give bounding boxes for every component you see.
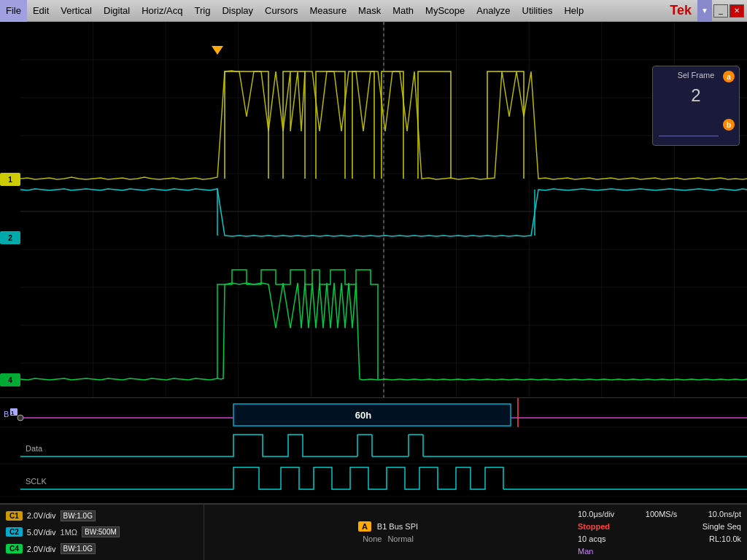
menu-trig[interactable]: Trig: [188, 0, 216, 22]
tek-controls: Tek ▼ _ ✕: [670, 0, 747, 22]
sel-frame-b-badge: b: [723, 119, 735, 131]
c2-imp: 1MΩ: [61, 528, 78, 537]
menubar: File Edit Vertical Digital Horiz/Acq Tri…: [0, 0, 747, 22]
sel-frame-line: [659, 136, 719, 136]
c1-vdiv: 2.0V/div: [27, 511, 56, 520]
sel-frame-value: 2: [657, 85, 735, 106]
sel-frame-a-badge: a: [723, 71, 735, 82]
stopped-label: Stopped: [578, 522, 610, 531]
c4-bw: BW:1.0G: [61, 543, 96, 554]
trigger-status-block: A B1 Bus SPI None Normal: [204, 505, 572, 560]
acq-mode: Single Seq: [703, 522, 741, 531]
c4-vdiv: 2.0V/div: [27, 545, 56, 553]
menu-analyze[interactable]: Analyze: [471, 0, 516, 22]
trigger-mode2: Normal: [387, 534, 413, 543]
man-label: Man: [578, 547, 593, 556]
acqs-row: 10 acqs RL:10.0k: [578, 534, 741, 543]
scope-area: 1 2 4 Sel Frame a 2 b B 1 60h: [0, 22, 747, 525]
acq-status-row: Stopped Single Seq: [578, 522, 741, 531]
menu-mask[interactable]: Mask: [352, 0, 387, 22]
ch4-status-row: C4 2.0V/div BW:1.0G: [6, 543, 198, 554]
statusbar: C1 2.0V/div BW:1.0G C2 5.0V/div 1MΩ BW:5…: [0, 503, 747, 560]
sample-rate: 100MS/s: [646, 510, 677, 518]
waveform-display: [20, 22, 747, 401]
man-row: Man: [578, 547, 741, 556]
c2-bw: BW:500M: [82, 526, 120, 537]
bus-status: A B1 Bus SPI: [358, 521, 418, 532]
menu-measure[interactable]: Measure: [304, 0, 353, 22]
ch2-marker: 2: [0, 231, 20, 244]
svg-text:60h: 60h: [355, 410, 371, 421]
menu-file[interactable]: File: [0, 0, 27, 22]
trigger-mode-row: None Normal: [363, 534, 414, 543]
menu-display[interactable]: Display: [216, 0, 259, 22]
time-div: 10.0μs/div: [578, 510, 614, 518]
ch1-marker: 1: [0, 173, 20, 186]
svg-text:SCLK: SCLK: [26, 477, 47, 486]
trigger-arrow: [212, 46, 223, 55]
channel-status-block: C1 2.0V/div BW:1.0G C2 5.0V/div 1MΩ BW:5…: [0, 505, 204, 560]
c4-badge: C4: [6, 544, 23, 553]
timing-status-block: 10.0μs/div 100MS/s 10.0ns/pt Stopped Sin…: [572, 505, 747, 560]
acqs-count: 10 acqs: [578, 534, 606, 543]
menu-help[interactable]: Help: [558, 0, 589, 22]
c1-bw: BW:1.0G: [61, 510, 96, 521]
svg-text:1: 1: [11, 410, 15, 416]
menu-digital[interactable]: Digital: [98, 0, 136, 22]
a-badge: A: [358, 521, 371, 532]
svg-point-29: [18, 415, 23, 421]
close-button[interactable]: ✕: [729, 4, 744, 18]
trigger-mode1: None: [363, 534, 382, 543]
ch4-marker: 4: [0, 373, 20, 386]
bus-label: B1 Bus SPI: [377, 522, 418, 531]
minimize-button[interactable]: _: [713, 4, 728, 18]
menu-dropdown[interactable]: ▼: [697, 0, 712, 22]
timing-row: 10.0μs/div 100MS/s 10.0ns/pt: [578, 510, 741, 518]
svg-text:Data: Data: [26, 444, 43, 453]
menu-horiz-acq[interactable]: Horiz/Acq: [136, 0, 188, 22]
c2-badge: C2: [6, 527, 23, 537]
rl-label: RL:10.0k: [709, 534, 741, 543]
menu-cursors[interactable]: Cursors: [259, 0, 304, 22]
tek-logo: Tek: [670, 3, 692, 18]
menu-vertical[interactable]: Vertical: [55, 0, 98, 22]
sel-frame: Sel Frame a 2 b: [652, 66, 740, 146]
ch1-status-row: C1 2.0V/div BW:1.0G: [6, 510, 198, 521]
menu-myscope[interactable]: MyScope: [419, 0, 471, 22]
svg-rect-26: [233, 404, 511, 426]
menu-edit[interactable]: Edit: [27, 0, 55, 22]
menu-utilities[interactable]: Utilities: [516, 0, 559, 22]
c1-badge: C1: [6, 511, 23, 521]
ch2-status-row: C2 5.0V/div 1MΩ BW:500M: [6, 526, 198, 537]
svg-text:B: B: [4, 410, 9, 419]
c2-vdiv: 5.0V/div: [27, 528, 56, 537]
ns-pt: 10.0ns/pt: [708, 510, 741, 518]
menu-math[interactable]: Math: [387, 0, 419, 22]
